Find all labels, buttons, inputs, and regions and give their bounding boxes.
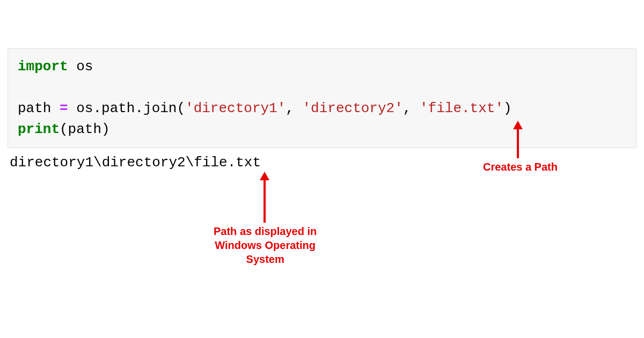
comma: ,: [403, 100, 420, 116]
arrow-creates-path: [513, 121, 523, 158]
operator-equals: =: [60, 100, 68, 116]
annotation-creates-path: Creates a Path: [483, 160, 558, 174]
string-filetxt: 'file.txt': [420, 100, 503, 116]
function-print: print: [18, 121, 60, 137]
annotation-windows-path: Path as displayed in Windows Operating S…: [214, 224, 317, 266]
comma: ,: [286, 100, 302, 116]
string-directory1: 'directory1': [185, 100, 286, 116]
module-os: os: [68, 58, 93, 75]
variable-path: path: [18, 100, 60, 116]
keyword-import: import: [18, 58, 68, 75]
paren-close: ): [503, 100, 512, 116]
code-block: import os path = os.path.join('directory…: [8, 48, 636, 148]
arrow-windows-path: [260, 172, 269, 223]
call-os-path-join: os.path.join(: [68, 100, 185, 116]
print-args: (path): [60, 121, 110, 137]
string-directory2: 'directory2': [303, 100, 403, 116]
